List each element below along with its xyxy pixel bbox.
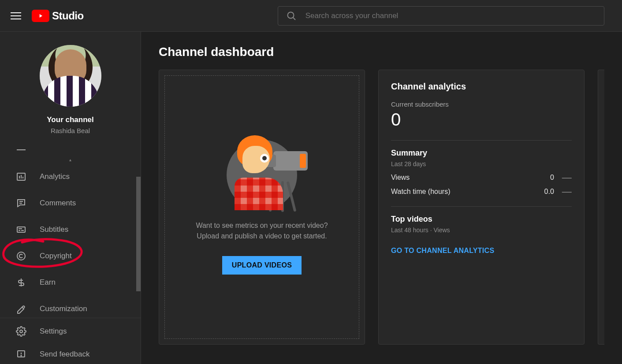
sidebar-item-label: Comments	[40, 199, 76, 208]
earn-icon	[15, 276, 27, 289]
top-videos-title: Top videos	[391, 215, 572, 224]
svg-point-18	[20, 330, 22, 333]
next-card-peek	[598, 70, 604, 345]
upload-text-1: Want to see metrics on your recent video…	[196, 222, 328, 230]
subtitles-icon	[15, 223, 27, 236]
upload-dropzone[interactable]: Want to see metrics on your recent video…	[164, 75, 359, 339]
customization-icon	[15, 303, 27, 315]
sidebar-item-subtitles[interactable]: Subtitles	[0, 216, 141, 243]
sidebar-item-label: Analytics	[40, 172, 70, 181]
svg-point-3	[287, 12, 294, 18]
sidebar-footer: Settings Send feedback	[0, 318, 141, 364]
sidebar-item-feedback[interactable]: Send feedback	[0, 345, 141, 364]
subscribers-label: Current subscribers	[391, 100, 572, 108]
logo-text: Studio	[52, 10, 84, 22]
copyright-icon	[15, 250, 27, 262]
sidebar-item-label: Send feedback	[40, 350, 89, 359]
search-icon	[286, 11, 297, 21]
summary-subtitle: Last 28 days	[391, 160, 572, 167]
upload-card: Want to see metrics on your recent video…	[159, 70, 365, 345]
profile-name: Rashida Beal	[51, 127, 90, 134]
upload-text-2: Upload and publish a video to get starte…	[197, 232, 327, 240]
scrollbar[interactable]	[136, 177, 141, 291]
channel-profile: Your channel Rashida Beal	[0, 32, 141, 139]
sidebar-item-settings[interactable]: Settings	[0, 318, 141, 345]
sidebar-item-copyright[interactable]: Copyright	[0, 243, 141, 269]
gear-icon	[15, 325, 27, 338]
search-input[interactable]	[305, 11, 596, 20]
sidebar: Your channel Rashida Beal ▴ Analytics Co…	[0, 32, 141, 364]
profile-label: Your channel	[47, 115, 93, 124]
app-header: Studio	[0, 0, 622, 32]
subscribers-count: 0	[391, 110, 572, 130]
analytics-heading: Channel analytics	[391, 82, 572, 92]
sidebar-item-label: Earn	[40, 278, 56, 287]
page-title: Channel dashboard	[159, 45, 604, 59]
svg-rect-12	[17, 227, 25, 232]
search-bar[interactable]	[278, 6, 604, 26]
sidebar-item-earn[interactable]: Earn	[0, 269, 141, 296]
metric-value: 0	[550, 174, 554, 182]
scroll-up-caret-icon: ▴	[69, 157, 71, 162]
sidebar-item-analytics[interactable]: Analytics	[0, 163, 141, 190]
summary-title: Summary	[391, 149, 572, 158]
sidebar-item-label: Copyright	[40, 252, 72, 260]
hamburger-icon	[11, 11, 21, 21]
svg-rect-5	[17, 149, 26, 150]
svg-rect-1	[11, 15, 21, 16]
sidebar-item-label: Subtitles	[40, 225, 68, 234]
top-videos-subtitle: Last 48 hours · Views	[391, 227, 572, 234]
metric-watch-time: Watch time (hours) 0.0 —	[391, 188, 572, 196]
analytics-icon	[15, 171, 27, 183]
sidebar-nav: ▴ Analytics Comments Subtitles	[0, 143, 141, 318]
svg-line-4	[293, 18, 295, 20]
analytics-card: Channel analytics Current subscribers 0 …	[378, 70, 585, 345]
upload-illustration	[227, 140, 297, 210]
metric-value: 0.0	[544, 188, 554, 196]
svg-rect-0	[11, 12, 21, 13]
sidebar-item-customization[interactable]: Customization	[0, 296, 141, 318]
youtube-studio-logo[interactable]: Studio	[32, 10, 84, 22]
go-to-analytics-link[interactable]: GO TO CHANNEL ANALYTICS	[391, 247, 494, 255]
avatar[interactable]	[40, 45, 101, 107]
sidebar-item-partial[interactable]	[0, 143, 141, 157]
svg-point-16	[17, 252, 25, 260]
svg-rect-2	[11, 19, 21, 19]
sidebar-item-comments[interactable]: Comments	[0, 190, 141, 216]
metric-label: Watch time (hours)	[391, 188, 544, 196]
main-content: Channel dashboard Want to see metrics on…	[141, 32, 622, 364]
metric-views: Views 0 —	[391, 174, 572, 182]
comments-icon	[15, 197, 27, 209]
upload-videos-button[interactable]: UPLOAD VIDEOS	[222, 256, 302, 275]
svg-point-21	[21, 355, 22, 356]
sidebar-item-label: Customization	[40, 305, 87, 313]
sidebar-item-label: Settings	[40, 327, 67, 336]
feedback-icon	[15, 348, 27, 360]
metric-label: Views	[391, 174, 550, 182]
youtube-play-icon	[32, 10, 49, 22]
hamburger-menu[interactable]	[0, 11, 32, 21]
